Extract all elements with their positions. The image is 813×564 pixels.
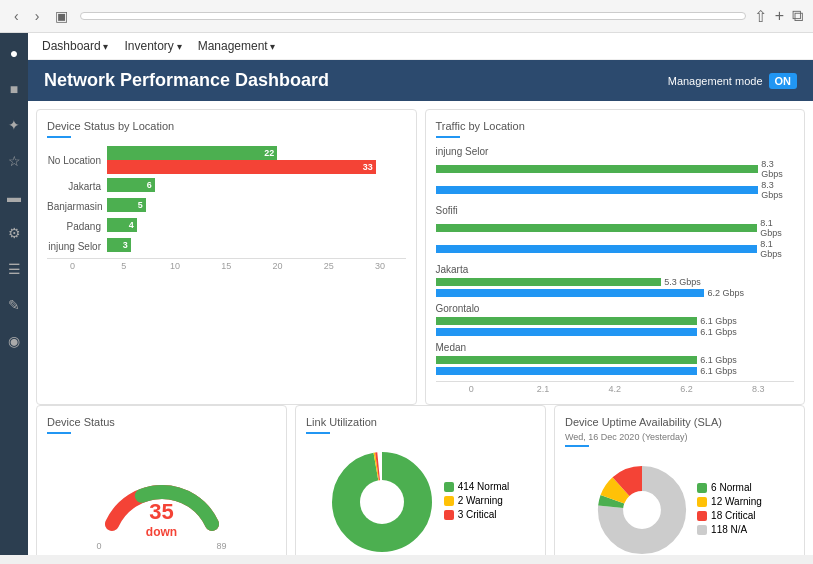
gauge-value: 35 [146,499,177,525]
bar-label-banjarmasin: Banjarmasin [47,201,107,212]
nav-inventory[interactable]: Inventory [125,39,182,53]
browser-actions: ⇧ + ⧉ [754,7,803,26]
traffic-bar1-jakarta: 5.3 Gbps [436,277,795,287]
traffic-label-jakarta: Jakarta [436,264,795,275]
bar-row-jakarta: Jakarta 6 [47,178,406,194]
traffic-green-bar-gorontalo [436,317,698,325]
gauge-min: 0 [97,541,102,551]
device-status-gauge-card: Device Status 35 down [36,405,287,555]
legend-dot-critical [444,510,454,520]
page-title: Network Performance Dashboard [44,70,329,91]
traffic-green-bar-injungselor [436,165,759,173]
bar-value-red-nolocation: 33 [363,162,373,172]
traffic-chart: injung Selor 8.3 Gbps 8.3 Gbps Sofifi [436,146,795,394]
sidebar-icon-doc[interactable]: ▬ [3,185,25,209]
bottom-cards: Device Status 35 down [28,405,813,555]
nav-dashboard[interactable]: Dashboard [42,39,109,53]
bar-label-padang: Padang [47,221,107,232]
device-status-by-location-title: Device Status by Location [47,120,406,132]
new-tab-icon[interactable]: + [775,7,784,26]
sla-label-warning: 12 Warning [711,496,762,507]
link-utilization-title: Link Utilization [306,416,535,428]
bar-label-injungselor: injung Selor [47,241,107,252]
traffic-row-jakarta: Jakarta 5.3 Gbps 6.2 Gbps [436,264,795,298]
sla-legend: 6 Normal 12 Warning 18 Critical 118 [697,482,762,538]
svg-point-8 [624,492,660,528]
traffic-underline [436,136,460,138]
traffic-green-bar-medan [436,356,698,364]
sidebar: ● ■ ✦ ☆ ▬ ⚙ ☰ ✎ ◉ [0,33,28,555]
bar-green-padang: 4 [107,218,137,232]
sidebar-icon-monitor[interactable]: ■ [6,77,22,101]
sla-legend-warning: 12 Warning [697,496,762,507]
device-status-gauge-underline [47,432,71,434]
traffic-val2-gorontalo: 6.1 Gbps [700,327,737,337]
app-container: ● ■ ✦ ☆ ▬ ⚙ ☰ ✎ ◉ Dashboard Inventory Ma… [0,33,813,555]
traffic-val2-sofifi: 8.1 Gbps [760,239,794,259]
legend-label-warning: 2 Warning [458,495,503,506]
traffic-bar2-jakarta: 6.2 Gbps [436,288,795,298]
sla-content: 6 Normal 12 Warning 18 Critical 118 [565,455,794,555]
traffic-val1-medan: 6.1 Gbps [700,355,737,365]
axis-5: 5 [98,261,149,271]
bar-green-jakarta: 6 [107,178,155,192]
traffic-bar2-gorontalo: 6.1 Gbps [436,327,795,337]
sidebar-icon-settings[interactable]: ⚙ [4,221,25,245]
traffic-bar1-medan: 6.1 Gbps [436,355,795,365]
traffic-val2-injungselor: 8.3 Gbps [761,180,794,200]
bar-container-banjarmasin: 5 [107,198,406,214]
sidebar-icon-star[interactable]: ☆ [4,149,25,173]
gauge-axis: 0 89 [97,541,227,551]
sidebar-icon-chart[interactable]: ✎ [4,293,24,317]
bar-green-injungselor: 3 [107,238,131,252]
legend-label-critical: 3 Critical [458,509,497,520]
bar-container-jakarta: 6 [107,178,406,194]
device-status-by-location-card: Device Status by Location No Location 22… [36,109,417,405]
tabs-icon[interactable]: ⧉ [792,7,803,26]
taxis-83: 8.3 [722,384,794,394]
sidebar-icon-branch[interactable]: ✦ [4,113,24,137]
traffic-green-bar-sofifi [436,224,758,232]
bar-value-padang: 4 [129,220,134,230]
traffic-row-sofifi: Sofifi 8.1 Gbps 8.1 Gbps [436,205,795,259]
reader-button[interactable]: ▣ [51,6,72,26]
traffic-val1-injungselor: 8.3 Gbps [761,159,794,179]
traffic-label-injungselor: injung Selor [436,146,795,157]
share-icon[interactable]: ⇧ [754,7,767,26]
device-status-axis: 0 5 10 15 20 25 30 [47,258,406,271]
bar-green-nolocation: 22 [107,146,277,160]
back-button[interactable]: ‹ [10,6,23,26]
device-status-chart: No Location 22 33 Jakarta [47,146,406,271]
sla-dot-normal [697,483,707,493]
bar-value-green-nolocation: 22 [264,148,274,158]
management-mode-label: Management mode [668,75,763,87]
nav-management[interactable]: Management [198,39,276,53]
sla-dot-na [697,525,707,535]
bar-row-padang: Padang 4 [47,218,406,234]
traffic-blue-bar-sofifi [436,245,758,253]
device-status-gauge-title: Device Status [47,416,276,428]
bar-green-banjarmasin: 5 [107,198,146,212]
link-utilization-underline [306,432,330,434]
traffic-row-gorontalo: Gorontalo 6.1 Gbps 6.1 Gbps [436,303,795,337]
sla-subtitle: Wed, 16 Dec 2020 (Yesterday) [565,432,794,442]
sidebar-icon-stack[interactable]: ☰ [4,257,25,281]
sidebar-icon-network[interactable]: ● [6,41,22,65]
link-utilization-card: Link Utilization [295,405,546,555]
traffic-green-bar-jakarta [436,278,662,286]
link-util-pie [332,452,432,552]
address-bar[interactable] [80,12,745,20]
forward-button[interactable]: › [31,6,44,26]
sidebar-icon-info[interactable]: ◉ [4,329,24,353]
sla-card: Device Uptime Availability (SLA) Wed, 16… [554,405,805,555]
legend-warning: 2 Warning [444,495,510,506]
top-nav: Dashboard Inventory Management [28,33,813,60]
gauge-label: down [146,525,177,539]
management-mode-toggle[interactable]: ON [769,73,798,89]
legend-normal: 414 Normal [444,481,510,492]
top-cards: Device Status by Location No Location 22… [28,101,813,405]
link-utilization-content: 414 Normal 2 Warning 3 Critical [306,442,535,555]
axis-15: 15 [201,261,252,271]
bar-row-banjarmasin: Banjarmasin 5 [47,198,406,214]
taxis-62: 6.2 [651,384,723,394]
